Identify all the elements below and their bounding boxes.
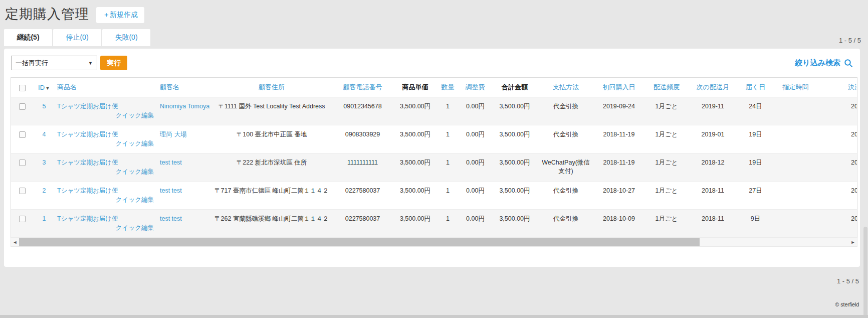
product-name-link[interactable]: Tシャツ定期お届け便 <box>57 103 118 110</box>
quick-edit-link[interactable]: クイック編集 <box>116 112 154 119</box>
cell-payment: 代金引換 <box>538 182 594 210</box>
cell-adjustment: 0.00円 <box>459 153 492 182</box>
row-id-link[interactable]: 2 <box>43 187 46 194</box>
column-label: 顧客電話番号 <box>343 83 382 91</box>
row-checkbox[interactable] <box>19 131 26 138</box>
row-id-link[interactable]: 5 <box>43 103 46 110</box>
execute-button[interactable]: 実行 <box>100 56 127 70</box>
new-create-button[interactable]: ＋新規作成 <box>96 7 144 23</box>
customer-name-link[interactable]: Ninomiya Tomoya <box>160 103 209 110</box>
cell-unit_price: 3,500.00円 <box>394 153 437 182</box>
cell-qty: 1 <box>437 210 459 238</box>
column-label: 商品単価 <box>402 83 428 91</box>
column-header-address[interactable]: 顧客住所 <box>212 78 331 97</box>
cell-phone: 1111111111 <box>331 153 394 182</box>
customer-name-link[interactable]: test test <box>160 215 182 222</box>
quick-edit-link[interactable]: クイック編集 <box>116 140 154 147</box>
column-label: 調整費 <box>466 83 485 91</box>
column-header-customer[interactable]: 顧客名 <box>158 78 212 97</box>
cell-first_purchase: 2019-09-24 <box>594 97 644 125</box>
customer-name-link[interactable]: test test <box>160 187 182 194</box>
subscription-table: ID▼商品名顧客名顧客住所顧客電話番号商品単価数量調整費合計金額支払方法初回購入… <box>11 78 857 238</box>
scrollbar-thumb[interactable] <box>19 238 700 246</box>
customer-name-link[interactable]: 理尚 大場 <box>160 131 186 138</box>
column-header-frequency[interactable]: 配送頻度 <box>644 78 689 97</box>
pagination-bottom: 1 - 5 / 5 <box>837 277 859 285</box>
table-header: ID▼商品名顧客名顧客住所顧客電話番号商品単価数量調整費合計金額支払方法初回購入… <box>11 78 857 97</box>
scroll-left-arrow-icon[interactable]: ◄ <box>11 238 19 246</box>
cell-product: Tシャツ定期お届け便クイック編集 <box>55 153 158 182</box>
cell-qty: 1 <box>437 125 459 153</box>
cell-arrival_day: 27日 <box>737 182 774 210</box>
product-name-link[interactable]: Tシャツ定期お届け便 <box>57 215 118 222</box>
cell-total: 3,500.00円 <box>492 125 538 153</box>
filter-search-button[interactable]: 絞り込み検索 <box>795 58 853 68</box>
cell-address: 〒1111 国外 Test Locality Test Address <box>212 97 331 125</box>
row-checkbox[interactable] <box>19 103 26 110</box>
tab-2[interactable]: 失敗(0) <box>102 29 150 46</box>
row-checkbox[interactable] <box>19 188 26 194</box>
scrollbar-track[interactable] <box>19 238 849 246</box>
quick-edit-link[interactable]: クイック編集 <box>116 224 154 231</box>
cell-settlement: 20 <box>817 153 857 182</box>
column-label: 商品名 <box>57 83 77 91</box>
table-row: 1Tシャツ定期お届け便クイック編集test test〒262 宜蘭縣礁溪鄉 峰山… <box>11 210 857 238</box>
cell-checkbox <box>11 97 33 125</box>
row-id-link[interactable]: 4 <box>43 131 46 138</box>
vertical-scrollbar-thumb[interactable] <box>863 227 867 318</box>
cell-checkbox <box>11 210 33 238</box>
cell-time <box>774 182 817 210</box>
customer-name-link[interactable]: test test <box>160 159 182 166</box>
cell-qty: 1 <box>437 153 459 182</box>
column-header-payment[interactable]: 支払方法 <box>538 78 594 97</box>
row-id-link[interactable]: 3 <box>43 159 46 166</box>
vertical-scrollbar[interactable] <box>863 0 868 318</box>
tab-0[interactable]: 継続(5) <box>4 29 52 46</box>
column-header-unit_price[interactable]: 商品単価 <box>394 78 437 97</box>
copyright-text: © sterfield <box>835 301 859 307</box>
cell-customer: 理尚 大場 <box>158 125 212 153</box>
bulk-action-select[interactable]: 一括再実行 ▼ <box>11 56 97 70</box>
cell-total: 3,500.00円 <box>492 182 538 210</box>
row-checkbox[interactable] <box>19 216 26 222</box>
column-header-time[interactable]: 指定時間 <box>774 78 817 97</box>
row-id-link[interactable]: 1 <box>43 215 46 222</box>
cell-unit_price: 3,500.00円 <box>394 125 437 153</box>
tab-1[interactable]: 停止(0) <box>53 29 101 46</box>
cell-product: Tシャツ定期お届け便クイック編集 <box>55 182 158 210</box>
column-label: 合計金額 <box>502 83 528 91</box>
column-header-product[interactable]: 商品名 <box>55 78 158 97</box>
quick-edit-link[interactable]: クイック編集 <box>116 168 154 175</box>
cell-customer: test test <box>158 210 212 238</box>
scroll-right-arrow-icon[interactable]: ► <box>849 238 857 246</box>
column-header-next_month[interactable]: 次の配送月 <box>689 78 737 97</box>
cell-id: 3 <box>33 153 55 182</box>
column-header-phone[interactable]: 顧客電話番号 <box>331 78 394 97</box>
cell-payment: 代金引換 <box>538 125 594 153</box>
cell-payment: 代金引換 <box>538 97 594 125</box>
column-header-first_purchase[interactable]: 初回購入日 <box>594 78 644 97</box>
column-label: 支払方法 <box>553 83 579 91</box>
column-header-id[interactable]: ID▼ <box>33 78 55 97</box>
cell-first_purchase: 2018-10-09 <box>594 210 644 238</box>
horizontal-scrollbar[interactable]: ◄ ► <box>11 238 857 247</box>
product-name-link[interactable]: Tシャツ定期お届け便 <box>57 187 118 194</box>
select-all-checkbox[interactable] <box>19 85 26 91</box>
cell-time <box>774 210 817 238</box>
column-label: 顧客名 <box>160 83 179 91</box>
column-label: 初回購入日 <box>603 83 635 91</box>
column-header-total[interactable]: 合計金額 <box>492 78 538 97</box>
column-label: 指定時間 <box>783 83 809 91</box>
tabs-row: 継続(5)停止(0)失敗(0) 1 - 5 / 5 <box>0 29 868 46</box>
column-header-qty[interactable]: 数量 <box>437 78 459 97</box>
quick-edit-link[interactable]: クイック編集 <box>116 196 154 203</box>
toolbar: 一括再実行 ▼ 実行 絞り込み検索 <box>4 49 860 70</box>
product-name-link[interactable]: Tシャツ定期お届け便 <box>57 159 118 166</box>
column-header-settlement[interactable]: 決済 <box>817 78 857 97</box>
column-header-adjustment[interactable]: 調整費 <box>459 78 492 97</box>
product-name-link[interactable]: Tシャツ定期お届け便 <box>57 131 118 138</box>
cell-product: Tシャツ定期お届け便クイック編集 <box>55 97 158 125</box>
row-checkbox[interactable] <box>19 160 26 166</box>
cell-phone: 09012345678 <box>331 97 394 125</box>
column-header-arrival_day[interactable]: 届く日 <box>737 78 774 97</box>
